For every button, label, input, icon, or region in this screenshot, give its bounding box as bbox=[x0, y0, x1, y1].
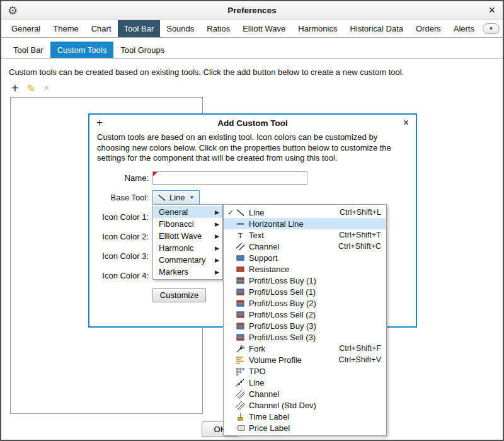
main-tab[interactable]: Theme bbox=[47, 20, 84, 37]
submenu-item[interactable]: Time Label bbox=[224, 411, 386, 422]
name-input[interactable] bbox=[152, 171, 307, 185]
main-tab[interactable]: Alerts bbox=[447, 20, 481, 37]
submenu-item-label: Support bbox=[249, 253, 278, 263]
submenu-item[interactable]: Resistance bbox=[224, 263, 386, 275]
submenu-item[interactable]: Horizontal Line bbox=[224, 218, 386, 229]
support-icon bbox=[235, 253, 245, 263]
window-close-icon[interactable]: × bbox=[488, 4, 495, 17]
text-icon: T bbox=[235, 230, 245, 240]
submenu-item[interactable]: Volume Profile Ctrl+Shift+V bbox=[224, 354, 386, 365]
main-tab[interactable]: Sounds bbox=[160, 20, 200, 37]
line2-icon bbox=[235, 377, 245, 387]
main-tab[interactable]: Chart bbox=[85, 20, 118, 37]
submenu-arrow-icon: ▶ bbox=[215, 245, 219, 251]
pl-sell-icon bbox=[235, 309, 245, 319]
main-tab[interactable]: Harmonics bbox=[292, 20, 343, 37]
channel2-icon bbox=[235, 400, 245, 410]
main-tab[interactable]: Tool Bar bbox=[118, 20, 161, 37]
submenu-item[interactable]: Channel (Std Dev) bbox=[224, 399, 386, 411]
submenu-item-label: TPO bbox=[249, 367, 266, 376]
custom-tools-toolbar: + ✎ × bbox=[11, 81, 49, 95]
sub-tab[interactable]: Custom Tools bbox=[50, 42, 114, 58]
submenu-item[interactable]: Line bbox=[224, 377, 386, 388]
menu-category-label: Harmonic bbox=[159, 243, 194, 253]
icon-color-2-label: Icon Color 2: bbox=[89, 232, 149, 241]
sub-tab[interactable]: Tool Groups bbox=[113, 42, 171, 58]
add-icon: + bbox=[96, 117, 103, 129]
submenu-item-shortcut: Ctrl+Shift+C bbox=[338, 242, 381, 251]
pl-buy-icon bbox=[235, 298, 245, 308]
price-label-icon bbox=[235, 423, 245, 433]
main-tab[interactable]: Elliott Wave bbox=[236, 20, 292, 37]
dialog-close-icon[interactable]: × bbox=[403, 117, 409, 129]
main-tab[interactable]: Ratios bbox=[200, 20, 236, 37]
volume-profile-icon bbox=[235, 355, 245, 365]
menu-category[interactable]: Markers ▶ bbox=[153, 266, 222, 278]
pl-buy-icon bbox=[235, 321, 245, 331]
base-tool-dropdown[interactable]: Line ▼ bbox=[152, 190, 200, 205]
sub-tab[interactable]: Tool Bar bbox=[6, 42, 50, 58]
dialog-header: + Add Custom Tool × bbox=[89, 115, 416, 131]
submenu-item[interactable]: Support bbox=[224, 252, 386, 263]
menu-category[interactable]: Harmonic ▶ bbox=[153, 242, 222, 254]
menu-category-label: Fibonacci bbox=[159, 219, 194, 229]
base-tool-menu: General ▶ Fibonacci ▶ Elliott Wave ▶ Har… bbox=[152, 204, 223, 280]
submenu-item[interactable]: Channel Ctrl+Shift+C bbox=[224, 241, 386, 252]
menu-category-label: Commentary bbox=[159, 255, 205, 265]
toolbar-sub-tab-bar: Tool Bar Custom Tools Tool Groups bbox=[1, 42, 503, 59]
tab-overflow-button[interactable]: ▼ bbox=[483, 23, 500, 34]
submenu-item-label: Line bbox=[249, 208, 265, 217]
dialog-title: Add Custom Tool bbox=[89, 118, 416, 128]
submenu-item[interactable]: Profit/Loss Buy (1) bbox=[224, 275, 386, 286]
main-tab[interactable]: Historical Data bbox=[343, 20, 410, 37]
main-tab[interactable]: Orders bbox=[410, 20, 447, 37]
submenu-item[interactable]: Profit/Loss Sell (2) bbox=[224, 309, 386, 320]
submenu-item[interactable]: Channel bbox=[224, 388, 386, 399]
submenu-item-label: Profit/Loss Sell (2) bbox=[249, 310, 316, 319]
submenu-arrow-icon: ▶ bbox=[215, 209, 219, 215]
icon-color-4-label: Icon Color 4: bbox=[89, 271, 149, 280]
title-bar: ⚙ Preferences × bbox=[1, 1, 503, 20]
submenu-item[interactable]: ✓ Line Ctrl+Shift+L bbox=[224, 207, 386, 218]
submenu-item-label: Text bbox=[249, 231, 264, 240]
menu-category[interactable]: Commentary ▶ bbox=[153, 254, 222, 266]
line-icon bbox=[158, 193, 166, 202]
menu-category[interactable]: Elliott Wave ▶ bbox=[153, 230, 222, 242]
pl-buy-icon bbox=[235, 275, 245, 285]
submenu-item[interactable]: Fork Ctrl+Shift+F bbox=[224, 343, 386, 354]
submenu-item-shortcut: Ctrl+Shift+L bbox=[340, 208, 381, 217]
submenu-item-label: Horizontal Line bbox=[249, 219, 304, 229]
submenu-item[interactable]: Profit/Loss Buy (3) bbox=[224, 320, 386, 331]
submenu-item-shortcut: Ctrl+Shift+T bbox=[339, 231, 381, 239]
submenu-item[interactable]: Profit/Loss Buy (2) bbox=[224, 297, 386, 309]
submenu-item[interactable]: T Text Ctrl+Shift+T bbox=[224, 229, 386, 241]
main-tab[interactable]: General bbox=[5, 20, 47, 37]
delete-tool-button[interactable]: × bbox=[43, 83, 49, 94]
submenu-item-label: Profit/Loss Buy (1) bbox=[249, 276, 316, 285]
pl-sell-icon bbox=[235, 287, 245, 297]
submenu-item[interactable]: Price Label bbox=[224, 422, 386, 433]
edit-tool-button[interactable]: ✎ bbox=[27, 83, 35, 94]
submenu-item-label: Resistance bbox=[249, 265, 289, 274]
svg-text:T: T bbox=[238, 231, 243, 239]
submenu-item[interactable]: Profit/Loss Sell (1) bbox=[224, 286, 386, 297]
customize-button[interactable]: Customize bbox=[152, 288, 206, 302]
submenu-item[interactable]: TPO bbox=[224, 365, 386, 377]
custom-tools-description: Custom tools can be created based on exi… bbox=[9, 67, 503, 77]
check-icon: ✓ bbox=[226, 209, 235, 217]
pl-sell-icon bbox=[235, 332, 245, 342]
chevron-down-icon: ▼ bbox=[190, 195, 195, 200]
submenu-item[interactable]: Profit/Loss Sell (3) bbox=[224, 331, 386, 343]
window-title: Preferences bbox=[1, 6, 503, 15]
submenu-item-label: Volume Profile bbox=[249, 355, 302, 365]
menu-category[interactable]: General ▶ bbox=[153, 206, 222, 218]
submenu-arrow-icon: ▶ bbox=[215, 221, 219, 227]
add-tool-button[interactable]: + bbox=[11, 81, 19, 96]
submenu-item-label: Profit/Loss Buy (3) bbox=[249, 321, 316, 331]
submenu-arrow-icon: ▶ bbox=[215, 269, 219, 275]
tpo-icon bbox=[235, 366, 245, 376]
menu-category[interactable]: Fibonacci ▶ bbox=[153, 218, 222, 230]
main-tabs: General Theme Chart Tool Bar Sounds Rati… bbox=[5, 20, 499, 37]
menu-category-label: Markers bbox=[159, 267, 188, 277]
base-tool-label: Base Tool: bbox=[89, 193, 149, 202]
